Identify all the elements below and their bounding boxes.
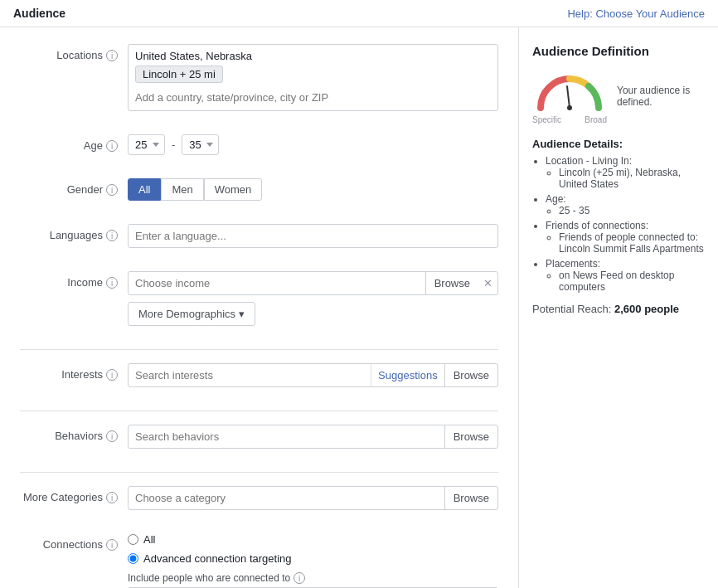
gauge-svg: [532, 68, 607, 111]
languages-label: Languages i: [20, 224, 128, 241]
more-categories-browse-button[interactable]: Browse: [444, 487, 497, 509]
potential-reach: Potential Reach: 2,600 people: [532, 303, 705, 315]
detail-friends-value: Friends of people connected to: Lincoln …: [559, 231, 705, 255]
languages-row: Languages i: [20, 224, 498, 260]
connections-label: Connections i: [20, 533, 128, 551]
gender-all-button[interactable]: All: [128, 178, 161, 201]
app-container: Audience Help: Choose Your Audience Loca…: [0, 0, 718, 588]
income-info-icon[interactable]: i: [106, 277, 118, 289]
age-separator: -: [172, 138, 175, 151]
locations-row: Locations i United States, Nebraska Linc…: [20, 44, 498, 123]
connections-advanced-radio[interactable]: [128, 553, 138, 564]
income-clear-button[interactable]: ✕: [478, 274, 497, 293]
behaviors-label: Behaviors i: [20, 425, 128, 442]
audience-definition-title: Audience Definition: [532, 44, 705, 58]
locations-label: Locations i: [20, 44, 128, 61]
location-tag: Lincoln + 25 mi: [135, 66, 223, 83]
gender-row: Gender i All Men Women: [20, 178, 498, 212]
detail-location: Location - Living In: Lincoln (+25 mi), …: [546, 155, 705, 190]
more-categories-input-row: Browse: [128, 486, 498, 510]
more-categories-input[interactable]: [129, 487, 444, 509]
interests-input-row: Suggestions Browse: [128, 363, 498, 387]
gender-content: All Men Women: [128, 178, 498, 201]
location-state: United States, Nebraska: [135, 50, 491, 62]
main-layout: Locations i United States, Nebraska Linc…: [0, 27, 718, 588]
svg-line-0: [567, 86, 570, 108]
income-row: Income i Browse ✕ More Demographics ▾: [20, 271, 498, 338]
income-input[interactable]: [129, 272, 425, 294]
age-info-icon[interactable]: i: [106, 140, 118, 152]
connections-advanced-radio-row: Advanced connection targeting: [128, 552, 498, 565]
location-box: United States, Nebraska Lincoln + 25 mi: [128, 44, 498, 111]
detail-age: Age: 25 - 35: [546, 193, 705, 216]
age-label: Age i: [20, 134, 128, 152]
page-title: Audience: [13, 7, 65, 20]
more-categories-section: More Categories i Browse Connections: [20, 472, 498, 588]
age-min-select[interactable]: 25: [128, 134, 165, 155]
interests-section: Interests i Suggestions Browse: [20, 349, 498, 399]
behaviors-input[interactable]: [129, 425, 444, 448]
locations-content: United States, Nebraska Lincoln + 25 mi: [128, 44, 498, 111]
behaviors-browse-button[interactable]: Browse: [444, 425, 497, 448]
locations-info-icon[interactable]: i: [106, 50, 118, 61]
detail-location-value: Lincoln (+25 mi), Nebraska, United State…: [559, 167, 705, 190]
age-selectors: 25 - 35: [128, 134, 498, 155]
languages-info-icon[interactable]: i: [106, 230, 118, 241]
connections-row: Connections i All Advanced connection ta…: [20, 533, 498, 588]
age-max-select[interactable]: 35: [182, 134, 219, 155]
audience-details-title: Audience Details:: [532, 138, 705, 150]
income-browse-button[interactable]: Browse: [425, 272, 478, 294]
languages-content: [128, 224, 498, 248]
include-connected-info-icon[interactable]: i: [294, 572, 305, 584]
gauge-area: Specific Broad Your audience is defined.: [532, 68, 705, 124]
interests-input[interactable]: [129, 364, 371, 386]
income-label: Income i: [20, 271, 128, 289]
behaviors-section: Behaviors i Browse: [20, 411, 498, 460]
header: Audience Help: Choose Your Audience: [0, 0, 718, 27]
interests-info-icon[interactable]: i: [106, 369, 118, 381]
help-link[interactable]: Help: Choose Your Audience: [567, 7, 705, 20]
more-categories-content: Browse: [128, 486, 498, 510]
detail-friends: Friends of connections: Friends of peopl…: [546, 220, 705, 255]
more-demographics-button[interactable]: More Demographics ▾: [128, 302, 255, 326]
gender-women-button[interactable]: Women: [204, 178, 263, 201]
svg-point-1: [567, 105, 572, 110]
gauge-broad-label: Broad: [585, 115, 607, 124]
behaviors-content: Browse: [128, 425, 498, 449]
behaviors-info-icon[interactable]: i: [106, 430, 118, 442]
detail-placements-value: on News Feed on desktop computers: [559, 270, 705, 293]
more-categories-info-icon[interactable]: i: [106, 492, 118, 503]
income-content: Browse ✕ More Demographics ▾: [128, 271, 498, 326]
gauge-labels: Specific Broad: [532, 115, 607, 124]
detail-placements: Placements: on News Feed on desktop comp…: [546, 258, 705, 293]
interests-suggestions-link[interactable]: Suggestions: [371, 364, 444, 386]
connections-all-radio-row: All: [128, 533, 498, 546]
dropdown-arrow-icon: ▾: [239, 308, 245, 320]
interests-browse-button[interactable]: Browse: [444, 364, 497, 386]
gender-info-icon[interactable]: i: [106, 184, 118, 196]
gender-buttons: All Men Women: [128, 178, 498, 201]
age-content: 25 - 35: [128, 134, 498, 155]
income-wrapper: Browse ✕: [128, 271, 498, 295]
gauge-wrap: Specific Broad: [532, 68, 607, 124]
behaviors-row: Behaviors i Browse: [20, 425, 498, 460]
right-panel: Audience Definition: [519, 27, 718, 588]
gender-men-button[interactable]: Men: [161, 178, 203, 201]
interests-row: Interests i Suggestions Browse: [20, 363, 498, 399]
behaviors-input-row: Browse: [128, 425, 498, 449]
include-connected-label: Include people who are connected to i: [128, 571, 498, 584]
gender-label: Gender i: [20, 178, 128, 196]
connections-info-icon[interactable]: i: [106, 539, 118, 551]
connections-content: All Advanced connection targeting Includ…: [128, 533, 498, 588]
interests-label: Interests i: [20, 363, 128, 381]
detail-age-value: 25 - 35: [559, 205, 705, 216]
left-panel: Locations i United States, Nebraska Linc…: [0, 27, 519, 588]
audience-details-list: Location - Living In: Lincoln (+25 mi), …: [532, 155, 705, 293]
location-tag-row: Lincoln + 25 mi: [135, 66, 491, 86]
age-row: Age i 25 - 35: [20, 134, 498, 167]
connections-all-radio[interactable]: [128, 534, 138, 545]
location-search-input[interactable]: [135, 90, 491, 105]
more-categories-label: More Categories i: [20, 486, 128, 503]
gauge-specific-label: Specific: [532, 115, 561, 124]
languages-input[interactable]: [128, 224, 498, 248]
